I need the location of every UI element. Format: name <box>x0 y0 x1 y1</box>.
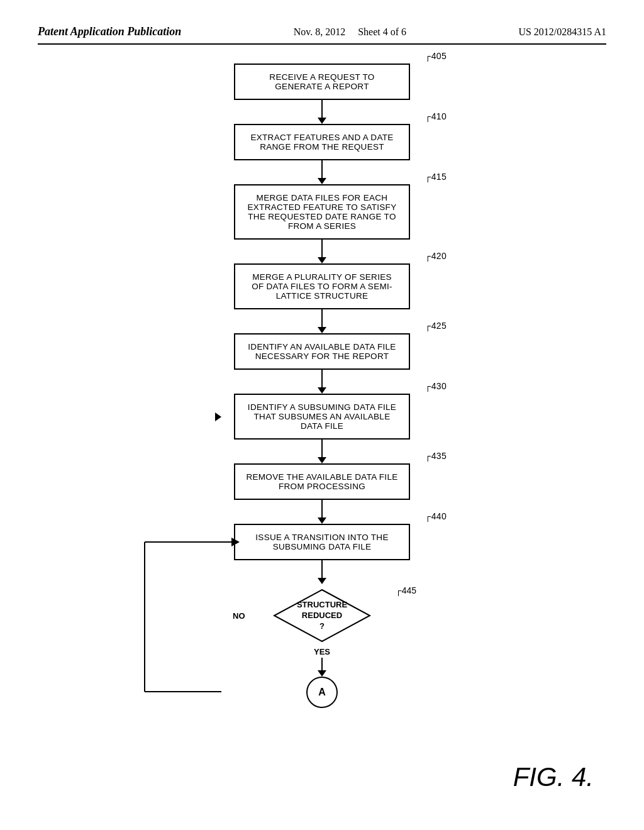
arrow-2 <box>318 160 326 184</box>
arrow-4 <box>318 309 326 333</box>
date-label: Nov. 8, 2012 Sheet 4 of 6 <box>294 26 406 38</box>
arrow-1 <box>318 100 326 124</box>
arrow-yes <box>318 658 326 677</box>
step-440-label: ┌440 <box>425 511 447 521</box>
loop-arrow-head-430 <box>215 412 221 421</box>
yes-label: YES <box>314 647 330 656</box>
flowchart: ┌405 RECEIVE A REQUEST TO GENERATE A REP… <box>38 64 606 708</box>
step-425-box: ┌425 IDENTIFY AN AVAILABLE DATA FILE NEC… <box>234 333 410 370</box>
arrow-7 <box>318 500 326 524</box>
step-425-label: ┌425 <box>425 321 447 331</box>
step-440-box: ┌440 ISSUE A TRANSITION INTO THE SUBSUMI… <box>234 524 410 560</box>
step-445-label: ┌445 <box>396 585 416 595</box>
arrow-8 <box>318 560 326 584</box>
yes-branch: YES A <box>306 647 338 708</box>
step-420-box: ┌420 MERGE A PLURALITY OF SERIES OF DATA… <box>234 263 410 309</box>
header: Patent Application Publication Nov. 8, 2… <box>38 25 606 45</box>
step-415-label: ┌415 <box>425 172 447 182</box>
fig-label: FIG. 4. <box>513 762 594 792</box>
step-430-label: ┌430 <box>425 381 447 391</box>
step-405-box: ┌405 RECEIVE A REQUEST TO GENERATE A REP… <box>234 64 410 100</box>
step-435-box: ┌435 REMOVE THE AVAILABLE DATA FILE FROM… <box>234 463 410 500</box>
arrow-6 <box>318 440 326 463</box>
page: Patent Application Publication Nov. 8, 2… <box>0 0 644 830</box>
step-415-box: ┌415 MERGE DATA FILES FOR EACH EXTRACTED… <box>234 184 410 240</box>
step-405-label: ┌405 <box>425 51 447 61</box>
step-435-label: ┌435 <box>425 451 447 461</box>
publication-label: Patent Application Publication <box>38 25 181 38</box>
step-430-box: ┌430 IDENTIFY A SUBSUMING DATA FILE THAT… <box>234 394 410 440</box>
arrow-3 <box>318 240 326 263</box>
diamond-text: STRUCTURE REDUCED ? <box>297 600 347 632</box>
diamond-container: ┌445 STRUCTURE REDUCED ? NO <box>196 584 448 647</box>
step-410-box: ┌410 EXTRACT FEATURES AND A DATE RANGE F… <box>234 124 410 160</box>
step-420-label: ┌420 <box>425 251 447 261</box>
terminal-a: A <box>306 677 338 708</box>
arrow-5 <box>318 370 326 394</box>
patent-number: US 2012/0284315 A1 <box>518 26 606 38</box>
no-label: NO <box>233 611 245 621</box>
step-410-label: ┌410 <box>425 111 447 121</box>
